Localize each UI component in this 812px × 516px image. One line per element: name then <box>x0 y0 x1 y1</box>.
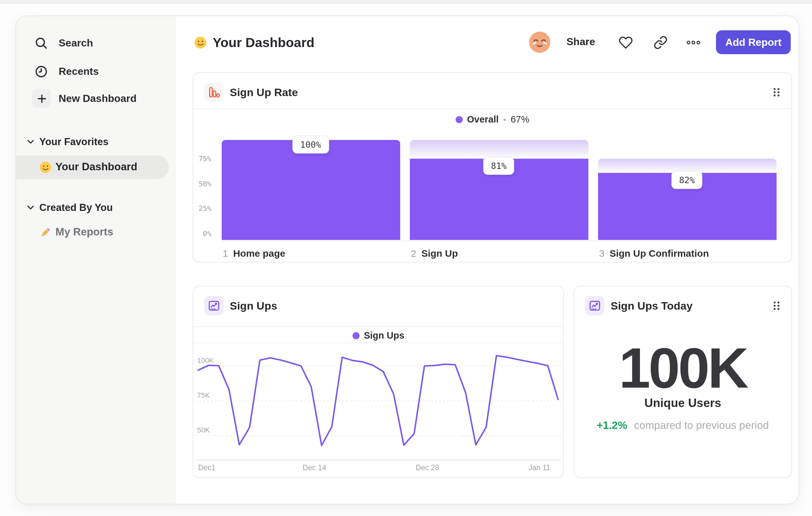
line-chart-icon <box>585 296 604 316</box>
line-legend: Sign Ups <box>193 330 563 341</box>
legend-separator: • <box>503 114 506 124</box>
share-button[interactable]: Share <box>567 36 595 48</box>
x-axis-tick: Dec 28 <box>416 463 439 472</box>
funnel-legend: Overall • 67% <box>193 114 791 125</box>
app-window: Search Recents New Dashboard <box>16 16 799 505</box>
add-report-button[interactable]: Add Report <box>716 30 791 54</box>
x-axis-tick: Jan 11 <box>528 463 550 472</box>
smiley-emoji-icon <box>194 36 207 49</box>
metric-delta: +1.2% <box>597 419 627 431</box>
drag-handle-icon[interactable] <box>772 300 781 311</box>
more-options-button[interactable] <box>686 35 700 50</box>
metric-card-title: Sign Ups Today <box>611 300 692 313</box>
signups-line-chart: 100K75K50KDec1Dec 14Dec 28Jan 11 <box>196 343 562 479</box>
funnel-bars-icon <box>204 83 223 102</box>
legend-dot-icon <box>455 116 462 123</box>
smiley-emoji-icon <box>39 161 52 173</box>
copy-link-button[interactable] <box>654 35 668 50</box>
line-card-title: Sign Ups <box>230 300 277 313</box>
sidebar-item-label: Your Dashboard <box>55 161 137 173</box>
funnel-step-name: Sign Up Confirmation <box>610 248 709 259</box>
legend-series-label: Overall <box>467 114 498 125</box>
funnel-value-badge: 81% <box>483 157 515 175</box>
funnel-plot: 75%50%25%0%100%1Home page81%2Sign Up82%3… <box>193 140 793 263</box>
divider <box>193 326 563 327</box>
funnel-step-label: 1Home page <box>223 248 285 259</box>
funnel-y-tick: 0% <box>185 230 211 238</box>
funnel-dropoff-region <box>410 140 588 159</box>
sidebar-item-label: Search <box>59 37 93 49</box>
funnel-step-label: 2Sign Up <box>411 248 458 259</box>
metric-delta-row: +1.2% compared to previous period <box>574 419 791 432</box>
y-axis-tick: 50K <box>197 426 210 434</box>
funnel-value-badge: 100% <box>292 135 329 154</box>
funnel-step-name: Home page <box>233 248 286 259</box>
funnel-card-title: Sign Up Rate <box>230 86 298 99</box>
page-title-text: Your Dashboard <box>213 35 315 50</box>
metric-value: 100K <box>574 335 791 401</box>
drag-handle-icon[interactable] <box>772 86 781 98</box>
chevron-down-icon <box>27 205 34 210</box>
funnel-step-number: 1 <box>223 248 228 259</box>
funnel-value-badge: 82% <box>671 171 703 189</box>
legend-dot-icon <box>352 332 359 339</box>
metric-label: Unique Users <box>574 396 791 410</box>
avatar[interactable] <box>529 32 550 53</box>
funnel-bar <box>221 140 400 240</box>
heart-icon <box>619 35 633 50</box>
funnel-y-tick: 25% <box>185 206 211 213</box>
funnel-step-name: Sign Up <box>422 248 458 259</box>
y-axis-tick: 100K <box>197 356 214 364</box>
funnel-baseline <box>221 240 776 241</box>
page: Search Recents New Dashboard <box>0 0 812 516</box>
top-strip <box>0 0 812 4</box>
chevron-down-icon <box>27 139 34 144</box>
search-icon <box>34 36 48 50</box>
sidebar-item-your-dashboard[interactable]: Your Dashboard <box>16 156 169 179</box>
clock-icon <box>34 64 48 79</box>
y-axis-tick: 75K <box>197 391 210 399</box>
x-axis-tick: Dec 14 <box>302 463 326 472</box>
line-chart-card: Sign Ups Sign Ups 100K75K50KDec1Dec 14De… <box>193 286 564 478</box>
funnel-step-label: 3Sign Up Confirmation <box>599 248 709 259</box>
link-icon <box>654 35 668 50</box>
metric-delta-note: compared to previous period <box>634 419 769 431</box>
legend-value: 67% <box>511 114 529 125</box>
x-axis-tick: Dec1 <box>198 463 215 472</box>
funnel-step-number: 3 <box>599 248 605 259</box>
section-label: Created By You <box>39 202 113 214</box>
pencil-emoji-icon <box>39 226 52 239</box>
ellipsis-icon <box>686 39 700 46</box>
funnel-card: Sign Up Rate Overall • 67% 75%50%25%0%10… <box>193 72 792 263</box>
plus-icon <box>32 89 51 108</box>
section-label: Your Favorites <box>39 136 109 148</box>
line-chart-icon <box>204 296 223 316</box>
divider <box>193 108 791 109</box>
sidebar-item-label: Recents <box>59 66 99 77</box>
page-title: Your Dashboard <box>194 34 315 51</box>
favorite-heart-button[interactable] <box>619 35 633 50</box>
sidebar: Search Recents New Dashboard <box>16 16 175 504</box>
sidebar-item-label: My Reports <box>55 226 113 238</box>
funnel-step-number: 2 <box>411 248 416 259</box>
funnel-y-tick: 50% <box>185 180 211 188</box>
legend-series-label: Sign Ups <box>364 330 404 341</box>
funnel-y-tick: 75% <box>185 156 211 163</box>
sidebar-item-label: New Dashboard <box>59 92 137 104</box>
metric-card: Sign Ups Today 100K Unique Users +1.2% c… <box>574 286 792 478</box>
